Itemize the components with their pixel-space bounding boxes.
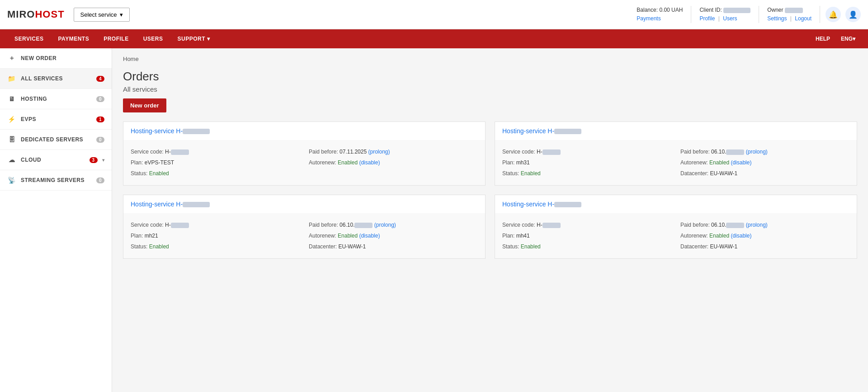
evps-badge: 1 xyxy=(96,117,104,122)
service-card-2-title[interactable]: Hosting-service H- xyxy=(502,127,581,135)
nav-item-payments[interactable]: PAYMENTS xyxy=(51,29,96,48)
sidebar-label-hosting: HOSTING xyxy=(21,96,92,102)
sidebar-label-cloud: CLOUD xyxy=(21,157,85,163)
user-avatar-button[interactable]: 👤 xyxy=(845,7,861,22)
service-4-prolong-link[interactable]: (prolong) xyxy=(746,222,768,228)
sidebar: ＋ NEW ORDER 📁 ALL SERVICES 4 🖥 HOSTING 0… xyxy=(0,48,112,392)
service-2-plan-value: mh31 xyxy=(516,159,530,166)
service-3-disable-link[interactable]: (disable) xyxy=(359,233,380,239)
nav-item-users[interactable]: USERS xyxy=(136,29,170,48)
logo-part1: MIRO xyxy=(7,9,35,20)
service-1-code-value: H- xyxy=(165,149,189,155)
service-1-autorenew-value: Enabled xyxy=(338,159,358,166)
service-2-status-row: Status: Enabled xyxy=(502,168,671,179)
service-4-code-value: H- xyxy=(537,222,561,228)
service-4-paid-value: 06.10. xyxy=(711,222,726,228)
nav-item-support[interactable]: SUPPORT ▾ xyxy=(170,29,217,48)
nav-support-label: SUPPORT xyxy=(178,36,206,42)
service-3-code-label: Service code: xyxy=(131,222,164,228)
top-header: MIROHOST Select service ▾ Balance: 0.00 … xyxy=(0,0,868,29)
service-card-3-header: Hosting-service H- xyxy=(123,195,485,213)
service-3-status-row: Status: Enabled xyxy=(131,241,300,252)
service-1-status-value: Enabled xyxy=(149,170,169,177)
users-link[interactable]: Users xyxy=(723,15,737,22)
service-3-status-label: Status: xyxy=(131,243,147,250)
nav-item-help[interactable]: HELP xyxy=(810,29,835,48)
service-card-3-title[interactable]: Hosting-service H- xyxy=(131,201,210,208)
nav-item-services[interactable]: SERVICES xyxy=(7,29,51,48)
logo-part2: HOST xyxy=(35,9,64,20)
service-card-3-body: Service code: H- Plan: mh21 Status: Enab xyxy=(123,213,485,258)
service-2-plan-label: Plan: xyxy=(502,159,514,166)
service-card-4-title[interactable]: Hosting-service H- xyxy=(502,201,581,208)
service-card-1-header: Hosting-service H- xyxy=(123,122,485,140)
service-4-datacenter-value: EU-WAW-1 xyxy=(710,243,737,250)
plus-icon: ＋ xyxy=(7,54,16,63)
service-3-datacenter-row: Datacenter: EU-WAW-1 xyxy=(309,241,478,252)
service-card-4-header: Hosting-service H- xyxy=(495,195,857,213)
settings-link[interactable]: Settings xyxy=(767,15,787,22)
service-card-2-header: Hosting-service H- xyxy=(495,122,857,140)
service-4-disable-link[interactable]: (disable) xyxy=(731,233,751,239)
service-3-col-right: Paid before: 06.10. (prolong) Autorenew:… xyxy=(309,219,478,252)
service-1-plan-row: Plan: eVPS-TEST xyxy=(131,157,300,168)
sidebar-item-cloud[interactable]: ☁ CLOUD 3 ▾ xyxy=(0,150,112,170)
payments-link[interactable]: Payments xyxy=(637,15,660,22)
service-3-col-left: Service code: H- Plan: mh21 Status: Enab xyxy=(131,219,300,252)
client-id-label: Client ID: xyxy=(699,7,722,13)
balance-section: Balance: 0.00 UAH Payments xyxy=(628,6,691,23)
logout-link[interactable]: Logout xyxy=(795,15,811,22)
service-2-code-value: H- xyxy=(537,149,561,155)
notification-bell-button[interactable]: 🔔 xyxy=(826,7,841,22)
service-3-datacenter-label: Datacenter: xyxy=(309,243,337,250)
nav-item-lang[interactable]: ENG ▾ xyxy=(835,29,861,48)
service-3-plan-value: mh21 xyxy=(145,233,158,239)
sidebar-item-evps[interactable]: ⚡ EVPS 1 xyxy=(0,109,112,130)
nav-item-profile[interactable]: PROFILE xyxy=(96,29,136,48)
service-4-status-row: Status: Enabled xyxy=(502,241,671,252)
main-content: Home Orders All services New order Hosti… xyxy=(112,48,868,392)
service-1-paid-value: 07.11.2025 xyxy=(340,149,367,155)
sidebar-item-new-order[interactable]: ＋ NEW ORDER xyxy=(0,48,112,69)
profile-link[interactable]: Profile xyxy=(699,15,715,22)
service-3-prolong-link[interactable]: (prolong) xyxy=(374,222,396,228)
service-2-prolong-link[interactable]: (prolong) xyxy=(746,149,768,155)
service-1-disable-link[interactable]: (disable) xyxy=(359,159,380,166)
service-3-title-blurred xyxy=(183,202,210,207)
service-1-prolong-link[interactable]: (prolong) xyxy=(368,149,390,155)
service-2-paid-label: Paid before: xyxy=(680,149,710,155)
stream-icon: 📡 xyxy=(7,176,16,185)
service-3-autorenew-row: Autorenew: Enabled (disable) xyxy=(309,230,478,241)
service-2-col-left: Service code: H- Plan: mh31 Status: Enab xyxy=(502,146,671,179)
service-3-paid-label: Paid before: xyxy=(309,222,338,228)
select-service-label: Select service xyxy=(80,11,117,18)
client-id-value xyxy=(723,8,750,13)
chevron-down-icon-support: ▾ xyxy=(207,36,210,42)
sidebar-item-dedicated-servers[interactable]: 🗄 DEDICATED SERVERS 0 xyxy=(0,130,112,150)
owner-label: Owner xyxy=(767,7,783,13)
service-3-code-row: Service code: H- xyxy=(131,219,300,230)
service-2-code-row: Service code: H- xyxy=(502,146,671,157)
service-3-code-value: H- xyxy=(165,222,189,228)
select-service-button[interactable]: Select service ▾ xyxy=(74,8,130,22)
service-2-title-blurred xyxy=(554,129,581,134)
service-2-datacenter-label: Datacenter: xyxy=(680,170,708,177)
service-2-status-label: Status: xyxy=(502,170,519,177)
service-card-1: Hosting-service H- Service code: H- xyxy=(123,121,486,186)
service-2-datacenter-value: EU-WAW-1 xyxy=(710,170,737,177)
nav-services-label: SERVICES xyxy=(14,36,43,42)
sidebar-item-hosting[interactable]: 🖥 HOSTING 0 xyxy=(0,89,112,109)
new-order-button[interactable]: New order xyxy=(123,98,166,112)
service-2-disable-link[interactable]: (disable) xyxy=(731,159,751,166)
service-1-plan-label: Plan: xyxy=(131,159,143,166)
separator: | xyxy=(718,15,720,22)
cloud-icon: ☁ xyxy=(7,155,16,164)
service-3-plan-row: Plan: mh21 xyxy=(131,230,300,241)
page-title: Orders xyxy=(123,70,857,84)
service-2-paid-row: Paid before: 06.10. (prolong) xyxy=(680,146,849,157)
header-right: Balance: 0.00 UAH Payments Client ID: Pr… xyxy=(628,6,861,23)
service-card-1-title[interactable]: Hosting-service H- xyxy=(131,127,210,135)
sidebar-item-streaming-servers[interactable]: 📡 STREAMING SERVERS 0 xyxy=(0,170,112,191)
service-2-autorenew-value: Enabled xyxy=(709,159,729,166)
sidebar-item-all-services[interactable]: 📁 ALL SERVICES 4 xyxy=(0,69,112,89)
